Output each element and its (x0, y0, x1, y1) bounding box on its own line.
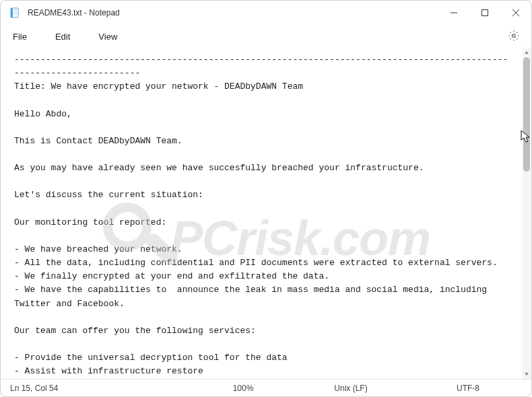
scroll-down-arrow[interactable] (522, 369, 531, 379)
content-area: ----------------------------------------… (1, 48, 531, 379)
settings-button[interactable] (507, 29, 521, 42)
svg-rect-1 (11, 8, 13, 17)
status-encoding: UTF-8 (411, 384, 525, 393)
window-controls (438, 1, 531, 24)
notepad-icon (9, 7, 21, 19)
statusbar: Ln 15, Col 54 100% Unix (LF) UTF-8 (1, 379, 531, 396)
vertical-scrollbar[interactable] (522, 48, 531, 379)
status-line-ending: Unix (LF) (290, 384, 411, 393)
text-content[interactable]: ----------------------------------------… (1, 48, 522, 379)
menu-file[interactable]: File (9, 29, 31, 44)
menu-edit[interactable]: Edit (51, 29, 74, 44)
close-button[interactable] (500, 1, 531, 24)
status-zoom: 100% (196, 384, 290, 393)
notepad-window: README43.txt - Notepad File Edit View --… (0, 0, 532, 397)
scroll-track[interactable] (522, 57, 531, 369)
titlebar: README43.txt - Notepad (1, 1, 531, 25)
scroll-thumb[interactable] (523, 57, 530, 172)
window-title: README43.txt - Notepad (28, 8, 438, 17)
menubar: File Edit View (1, 25, 531, 48)
minimize-button[interactable] (438, 1, 469, 24)
scroll-up-arrow[interactable] (522, 48, 531, 57)
menu-view[interactable]: View (94, 29, 121, 44)
status-position: Ln 15, Col 54 (7, 384, 196, 393)
svg-rect-6 (482, 9, 488, 15)
svg-point-9 (512, 34, 516, 38)
maximize-button[interactable] (469, 1, 500, 24)
